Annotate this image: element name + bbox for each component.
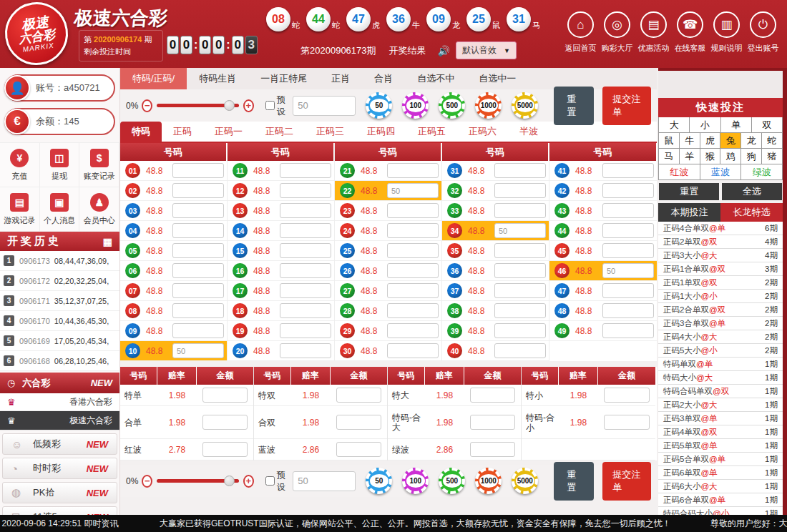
number-ball[interactable]: 20 xyxy=(233,343,248,358)
preset-checkbox-group[interactable]: 预设 xyxy=(265,94,288,118)
quick-cell-羊[interactable]: 羊 xyxy=(680,149,700,164)
bet-amount-input[interactable] xyxy=(387,263,439,278)
menu-sub-极速六合彩[interactable]: ♛极速六合彩 xyxy=(0,411,119,430)
number-ball[interactable]: 13 xyxy=(233,203,248,218)
number-ball[interactable]: 38 xyxy=(447,303,462,318)
history-row[interactable]: 5090616917,05,20,45,34, xyxy=(0,331,119,351)
trend-item[interactable]: 正码2大小@大1期 xyxy=(658,398,783,412)
preset-amount-input[interactable] xyxy=(293,96,356,116)
slider-minus-button[interactable]: − xyxy=(142,99,152,112)
number-ball[interactable]: 46 xyxy=(554,263,570,278)
number-ball[interactable]: 36 xyxy=(447,263,462,278)
slider-knob[interactable] xyxy=(224,100,235,111)
bet-amount-input[interactable] xyxy=(604,415,650,430)
bet-amount-input[interactable] xyxy=(494,243,546,258)
number-ball[interactable]: 48 xyxy=(554,303,570,318)
bet-amount-input[interactable] xyxy=(280,183,331,198)
number-ball[interactable]: 15 xyxy=(233,243,248,258)
number-ball[interactable]: 41 xyxy=(554,163,570,178)
bet-amount-input[interactable] xyxy=(280,303,331,318)
bet-amount-input[interactable] xyxy=(387,343,439,358)
bet-amount-input[interactable] xyxy=(387,223,439,238)
subtab-正码[interactable]: 正码 xyxy=(162,122,203,142)
number-ball[interactable]: 04 xyxy=(125,223,140,238)
trend-item[interactable]: 正码2单双@双4期 xyxy=(658,235,783,249)
number-ball[interactable]: 21 xyxy=(340,163,355,178)
bet-amount-input[interactable] xyxy=(494,263,546,278)
bet-amount-input[interactable] xyxy=(494,223,546,238)
chip-500[interactable]: 500 xyxy=(439,468,465,494)
number-ball[interactable]: 30 xyxy=(340,343,355,358)
bet-amount-input[interactable] xyxy=(387,283,439,298)
bet-amount-input[interactable] xyxy=(602,323,654,338)
preset-checkbox-group[interactable]: 预设 xyxy=(265,469,288,493)
bet-amount-input[interactable] xyxy=(172,283,224,298)
nav-item-优惠活动[interactable]: ▤优惠活动 xyxy=(635,11,672,54)
history-row[interactable]: 1090617308,44,47,36,09, xyxy=(0,251,119,271)
number-ball[interactable]: 18 xyxy=(233,303,248,318)
bet-amount-input[interactable] xyxy=(602,303,654,318)
bet-amount-input[interactable] xyxy=(494,183,546,198)
bet-amount-input[interactable] xyxy=(604,388,650,403)
history-row[interactable]: 6090616806,28,10,25,46, xyxy=(0,351,119,371)
bet-slider[interactable] xyxy=(157,479,239,483)
trend-item[interactable]: 正码1合单双@双3期 xyxy=(658,262,783,276)
submit-bet-button[interactable]: 提交注单 xyxy=(602,87,651,125)
speaker-icon[interactable]: 🔊 xyxy=(438,45,450,56)
number-ball[interactable]: 12 xyxy=(233,183,248,198)
tab-合肖[interactable]: 合肖 xyxy=(362,68,405,89)
reset-button[interactable]: 重置 xyxy=(554,87,594,125)
tab-一肖正特尾[interactable]: 一肖正特尾 xyxy=(248,68,319,89)
nav-item-登出账号[interactable]: ⏻登出账号 xyxy=(745,11,781,54)
bet-amount-input[interactable] xyxy=(336,442,381,457)
subtab-正码六[interactable]: 正码六 xyxy=(457,122,508,142)
number-ball[interactable]: 33 xyxy=(447,203,462,218)
quick-cell-狗[interactable]: 狗 xyxy=(741,149,762,164)
number-ball[interactable]: 19 xyxy=(233,323,248,338)
trend-item[interactable]: 特码单双@单1期 xyxy=(658,358,783,371)
chip-50[interactable]: 50 xyxy=(366,468,392,494)
number-ball[interactable]: 29 xyxy=(340,323,355,338)
quick-cell-绿波[interactable]: 绿波 xyxy=(741,164,783,180)
quick-cell-鸡[interactable]: 鸡 xyxy=(720,149,741,164)
bet-amount-input[interactable] xyxy=(602,163,654,178)
trend-item[interactable]: 正码6合单双@单1期 xyxy=(658,493,783,507)
preset-checkbox[interactable] xyxy=(265,476,275,486)
chip-1000[interactable]: 1000 xyxy=(475,92,502,119)
bet-amount-input[interactable] xyxy=(172,303,224,318)
slider-plus-button[interactable]: + xyxy=(243,475,254,488)
number-ball[interactable]: 25 xyxy=(340,243,355,258)
chip-5000[interactable]: 5000 xyxy=(512,468,538,494)
tab-自选不中[interactable]: 自选不中 xyxy=(405,68,466,89)
subtab-正码四[interactable]: 正码四 xyxy=(356,122,406,142)
bet-amount-input[interactable] xyxy=(602,203,654,218)
number-ball[interactable]: 39 xyxy=(447,323,462,338)
number-ball[interactable]: 35 xyxy=(447,243,462,258)
submit-bet-button[interactable]: 提交注单 xyxy=(602,462,651,501)
quick-cell-龙[interactable]: 龙 xyxy=(741,133,762,149)
bet-amount-input[interactable] xyxy=(172,203,224,218)
select-all-button[interactable]: 全选 xyxy=(722,183,782,200)
bet-amount-input[interactable] xyxy=(172,223,224,238)
tab-特码/正码/[interactable]: 特码/正码/ xyxy=(120,68,187,89)
quick-cell-双[interactable]: 双 xyxy=(752,117,783,133)
quick-cell-猴[interactable]: 猴 xyxy=(700,149,721,164)
quick-cell-小[interactable]: 小 xyxy=(690,117,720,133)
wallet-item[interactable]: ▣个人消息 xyxy=(40,187,80,232)
subtab-正码二[interactable]: 正码二 xyxy=(254,122,305,142)
number-ball[interactable]: 14 xyxy=(233,223,248,238)
bet-amount-input[interactable] xyxy=(602,263,654,278)
site-logo[interactable]: 极速 六合彩 MARKIX xyxy=(1,0,72,69)
trend-item[interactable]: 正码5大小@小2期 xyxy=(658,344,783,358)
number-ball[interactable]: 22 xyxy=(340,183,355,198)
bet-amount-input[interactable] xyxy=(602,183,654,198)
bet-amount-input[interactable] xyxy=(602,283,654,298)
preset-amount-input[interactable] xyxy=(293,471,356,491)
number-ball[interactable]: 44 xyxy=(554,223,570,238)
slider-minus-button[interactable]: − xyxy=(142,475,152,488)
number-ball[interactable]: 09 xyxy=(125,323,140,338)
number-ball[interactable]: 05 xyxy=(125,243,140,258)
chip-5000[interactable]: 5000 xyxy=(512,92,538,119)
bet-amount-input[interactable] xyxy=(494,343,546,358)
nav-item-在线客服[interactable]: ☎在线客服 xyxy=(672,11,708,54)
